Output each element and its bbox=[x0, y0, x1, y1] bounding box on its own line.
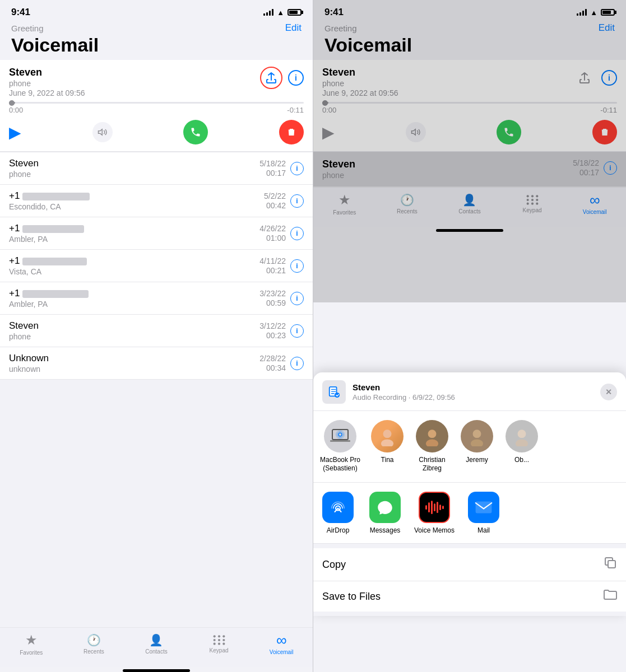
right-tab-recents[interactable]: 🕐 Recents bbox=[390, 193, 424, 214]
right-call-button[interactable] bbox=[497, 120, 521, 144]
right-delete-button[interactable] bbox=[592, 120, 617, 144]
left-share-button[interactable] bbox=[260, 67, 282, 89]
tab-voicemail-label: Voicemail bbox=[270, 649, 294, 655]
share-close-button[interactable]: ✕ bbox=[600, 384, 617, 400]
svg-point-33 bbox=[531, 195, 533, 198]
svg-point-6 bbox=[217, 639, 220, 641]
vm-list-item[interactable]: Steven phone 3/12/22 00:23 i bbox=[0, 315, 313, 347]
right-tab-keypad-label: Keypad bbox=[523, 207, 542, 213]
share-contact-tina[interactable]: Tina bbox=[369, 420, 405, 473]
svg-point-25 bbox=[473, 430, 481, 438]
tab-contacts[interactable]: 👤 Contacts bbox=[140, 633, 173, 655]
share-action-copy[interactable]: Copy bbox=[313, 548, 626, 581]
right-progress-section: 0:00 -0:11 bbox=[322, 102, 617, 114]
airdrop-app-icon bbox=[322, 492, 354, 523]
right-header: Greeting Edit Voicemail bbox=[313, 20, 626, 60]
right-progress-start: 0:00 bbox=[322, 106, 336, 114]
right-status-bar: 9:41 ▲ bbox=[313, 0, 626, 20]
right-active-voicemail: Steven phone June 9, 2022 at 09:56 i bbox=[313, 60, 626, 152]
right-greeting: Greeting bbox=[324, 24, 357, 33]
voicememos-label: Voice Memos bbox=[414, 526, 455, 534]
right-speaker-button[interactable] bbox=[406, 122, 426, 142]
vm-info-btn[interactable]: i bbox=[290, 324, 304, 338]
vm-info-btn[interactable]: i bbox=[290, 194, 304, 208]
tab-keypad-label: Keypad bbox=[210, 647, 229, 654]
right-tab-voicemail[interactable]: ∞ Voicemail bbox=[578, 193, 611, 215]
battery-icon bbox=[288, 9, 302, 16]
signal-icon bbox=[263, 9, 273, 16]
right-tab-keypad[interactable]: Keypad bbox=[516, 194, 549, 213]
share-contact-christian-label: ChristianZibreg bbox=[419, 456, 445, 473]
tab-contacts-label: Contacts bbox=[145, 648, 167, 655]
share-contact-ob[interactable]: Ob... bbox=[504, 420, 540, 473]
voicemail-tab-icon: ∞ bbox=[590, 193, 600, 207]
vm-info-btn[interactable]: i bbox=[290, 292, 304, 305]
right-vm-item-date: 5/18/22 bbox=[573, 158, 599, 167]
right-progress-bar[interactable] bbox=[322, 102, 617, 104]
share-app-messages[interactable]: Messages bbox=[367, 492, 403, 534]
share-app-mail[interactable]: Mail bbox=[466, 492, 502, 534]
left-active-vm-name: Steven bbox=[9, 67, 85, 78]
svg-point-27 bbox=[518, 430, 526, 438]
macbook-avatar bbox=[324, 420, 356, 452]
left-speaker-button[interactable] bbox=[92, 122, 113, 142]
tab-voicemail[interactable]: ∞ Voicemail bbox=[265, 633, 298, 655]
right-tab-favorites[interactable]: ★ Favorites bbox=[328, 192, 361, 216]
share-file-name: Steven bbox=[353, 382, 455, 392]
vm-list-item[interactable]: Unknown unknown 2/28/22 00:34 i bbox=[0, 347, 313, 380]
vm-info-btn[interactable]: i bbox=[290, 357, 304, 370]
left-progress-bar[interactable] bbox=[9, 102, 304, 104]
left-info-button[interactable]: i bbox=[288, 70, 304, 86]
wifi-icon: ▲ bbox=[590, 8, 597, 17]
left-active-vm-date: June 9, 2022 at 09:56 bbox=[9, 88, 85, 97]
share-apps-row: AirDrop Messages bbox=[313, 483, 626, 544]
voicememos-app-icon bbox=[419, 492, 450, 523]
tab-recents[interactable]: 🕐 Recents bbox=[77, 633, 110, 655]
copy-icon bbox=[604, 556, 617, 573]
left-delete-button[interactable] bbox=[279, 120, 304, 144]
right-active-vm-name: Steven bbox=[322, 67, 398, 78]
clock-icon: 🕐 bbox=[87, 633, 101, 647]
mail-label: Mail bbox=[477, 526, 490, 534]
right-info-button[interactable]: i bbox=[601, 70, 617, 86]
left-progress-start: 0:00 bbox=[9, 106, 23, 114]
tab-keypad[interactable]: Keypad bbox=[202, 634, 236, 654]
share-app-airdrop[interactable]: AirDrop bbox=[320, 492, 356, 534]
vm-list-item[interactable]: +1 Escondido, CA 5/2/22 00:42 i bbox=[0, 185, 313, 217]
share-contact-macbook[interactable]: MacBook Pro(Sebastien) bbox=[320, 420, 360, 473]
right-home-indicator bbox=[436, 229, 503, 232]
right-status-time: 9:41 bbox=[324, 7, 344, 18]
right-vm-info-btn[interactable]: i bbox=[604, 161, 617, 175]
left-play-button[interactable]: ▶ bbox=[9, 123, 21, 142]
share-action-save[interactable]: Save to Files bbox=[313, 581, 626, 612]
vm-info-btn[interactable]: i bbox=[290, 162, 304, 175]
left-status-bar: 9:41 ▲ bbox=[0, 0, 313, 20]
share-contact-christian[interactable]: ChristianZibreg bbox=[414, 420, 450, 473]
svg-point-38 bbox=[526, 203, 528, 205]
vm-info-btn[interactable]: i bbox=[290, 227, 304, 240]
vm-list-item[interactable]: +1 Ambler, PA 4/26/22 01:00 i bbox=[0, 217, 313, 250]
waveform-icon bbox=[425, 500, 444, 515]
right-edit-button[interactable]: Edit bbox=[599, 22, 615, 34]
messages-app-icon bbox=[369, 492, 401, 523]
right-share-button[interactable] bbox=[573, 67, 596, 89]
person-icon: 👤 bbox=[149, 633, 163, 647]
left-call-button[interactable] bbox=[183, 120, 208, 144]
share-contact-jeremy[interactable]: Jeremy bbox=[459, 420, 495, 473]
vm-list-item[interactable]: +1 Vista, CA 4/11/22 00:21 i bbox=[0, 250, 313, 282]
tab-favorites[interactable]: ★ Favorites bbox=[15, 632, 48, 656]
vm-list-item[interactable]: Steven phone 5/18/22 00:17 i bbox=[0, 152, 313, 185]
svg-point-4 bbox=[222, 635, 225, 637]
left-voicemail-title: Voicemail bbox=[11, 35, 302, 55]
messages-label: Messages bbox=[370, 526, 401, 534]
wifi-icon: ▲ bbox=[277, 8, 284, 17]
vm-info-btn[interactable]: i bbox=[290, 259, 304, 273]
vm-list-item[interactable]: +1 Ambler, PA 3/23/22 00:59 i bbox=[0, 282, 313, 315]
left-edit-button[interactable]: Edit bbox=[285, 22, 302, 34]
svg-point-3 bbox=[217, 635, 220, 637]
share-app-voicememos[interactable]: Voice Memos bbox=[414, 492, 455, 534]
svg-point-32 bbox=[526, 195, 528, 198]
right-tab-contacts[interactable]: 👤 Contacts bbox=[453, 193, 486, 214]
christian-avatar bbox=[416, 420, 448, 452]
right-play-button[interactable]: ▶ bbox=[322, 123, 335, 142]
